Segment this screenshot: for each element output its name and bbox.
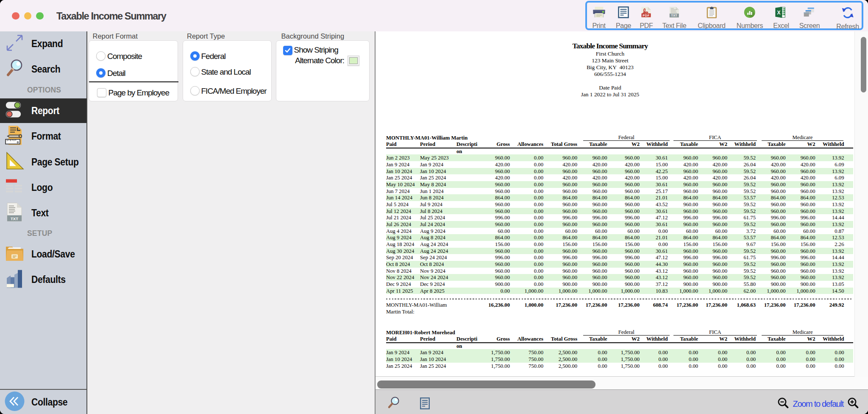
svg-text:X: X: [777, 10, 780, 16]
svg-text:PDF: PDF: [643, 14, 650, 17]
svg-text:TXT: TXT: [11, 216, 18, 221]
svg-text:TXT: TXT: [671, 14, 678, 17]
